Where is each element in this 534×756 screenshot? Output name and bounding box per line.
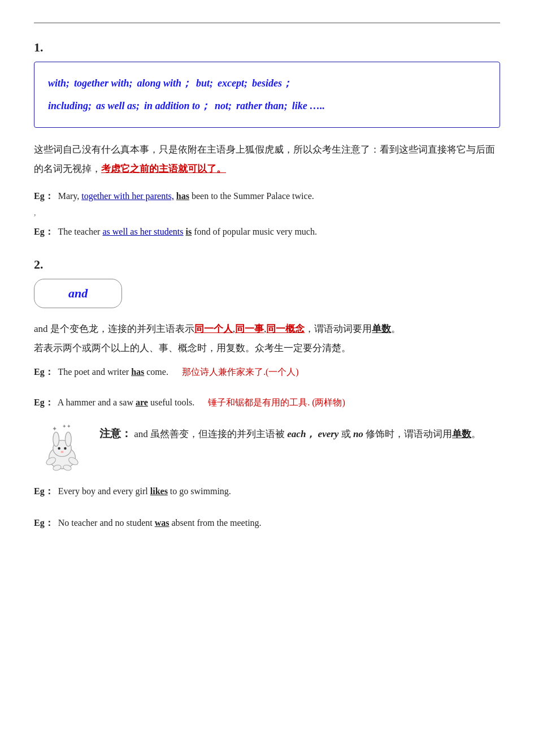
svg-point-6 (58, 447, 60, 450)
eg2-label: Eg： (34, 227, 54, 236)
eg5-text: Every boy and every girl (58, 486, 150, 496)
rabbit-svg: ✦ ✦✦ (37, 423, 88, 474)
eg1-comma: , (34, 209, 500, 218)
top-divider (34, 23, 500, 23)
section1-number: 1. (34, 40, 500, 55)
notice-no: no (351, 429, 366, 439)
section2-desc: and 是个变色龙，连接的并列主语表示同一个人,同一事,同一概念，谓语动词要用单… (34, 319, 500, 358)
word-as-well-as: as well as; (96, 95, 140, 118)
section2-desc-plain2: ，谓语动词要用 (305, 323, 372, 334)
notice-plain3: 。 (471, 429, 481, 439)
section2-number: 2. (34, 257, 500, 272)
eg3-zh: 那位诗人兼作家来了.(一个人) (182, 367, 299, 377)
single-word: 单数 (372, 323, 391, 334)
word-like: like ….. (292, 95, 325, 118)
notice-or: 或 (341, 429, 351, 439)
eg3-verb: has (131, 367, 144, 377)
notice-single: 单数 (452, 429, 471, 439)
notice-text-block: 注意： and 虽然善变，但连接的并列主语被 each， every 或 no … (99, 423, 481, 444)
section2-eg2: Eg： A hammer and a saw are useful tools.… (34, 394, 500, 411)
word-rather-than: rather than; (236, 95, 288, 118)
section1-eg2: Eg： The teacher as well as her students … (34, 223, 500, 240)
eg4-label: Eg： (34, 398, 54, 407)
eg6-verb: was (155, 518, 170, 528)
section1-desc-highlight: 考虑它之前的主语就可以了。 (101, 163, 226, 174)
eg2-after: fond of popular music very much. (192, 227, 317, 236)
section2-eg4: Eg： No teacher and no student was absent… (34, 515, 500, 532)
notice-each: each， every (287, 429, 341, 439)
notice-plain2: 修饰时，谓语动词用 (366, 429, 452, 439)
section1-desc: 这些词自己没有什么真本事，只是依附在主语身上狐假虎威，所以众考生注意了：看到这些… (34, 140, 500, 179)
notice-plain1: and 虽然善变，但连接的并列主语被 (134, 429, 287, 439)
svg-point-5 (65, 432, 71, 446)
section2-eg1: Eg： The poet and writer has come. 那位诗人兼作… (34, 364, 500, 381)
section2-desc-plain1: and 是个变色龙，连接的并列主语表示 (34, 323, 194, 334)
word-with: with; (48, 72, 70, 95)
eg2-before: The teacher (58, 227, 102, 236)
eg6-after: absent from the meeting. (170, 518, 262, 528)
svg-text:✦: ✦ (52, 425, 57, 431)
same3: 同一概念 (266, 323, 305, 334)
svg-point-4 (53, 432, 59, 446)
rabbit-icon: ✦ ✦✦ (34, 423, 90, 474)
section2-wrapper: 2. and and 是个变色龙，连接的并列主语表示同一个人,同一事,同一概念，… (34, 257, 500, 532)
notice-label: 注意： (99, 427, 132, 439)
eg1-before: Mary, (58, 191, 82, 201)
eg3-after: come. (144, 367, 168, 377)
eg4-after: useful tools. (148, 398, 194, 407)
word-except: except; (218, 72, 248, 95)
spacer2 (34, 503, 500, 509)
same2: 同一事 (235, 323, 264, 334)
word-along-with: along with； (137, 72, 192, 95)
and-word: and (68, 286, 88, 300)
eg2-link: as well as her students (102, 227, 183, 236)
section2-eg3: Eg： Every boy and every girl likes to go… (34, 483, 500, 500)
section1-eg1: Eg： Mary, together with her parents, has… (34, 188, 500, 205)
svg-point-7 (64, 447, 67, 450)
eg4-zh: 锤子和锯都是有用的工具. (两样物) (208, 398, 345, 407)
eg6-text: No teacher and no student (58, 518, 155, 528)
eg1-label: Eg： (34, 191, 54, 201)
eg1-link: together with her parents, (81, 191, 174, 201)
svg-point-8 (60, 451, 63, 453)
eg1-after: been to the Summer Palace twice. (189, 191, 314, 201)
eg3-text: The poet and writer (58, 367, 131, 377)
section2-box: and (34, 279, 122, 308)
spacer1 (34, 384, 500, 388)
eg4-verb: are (136, 398, 148, 407)
eg1-verb: has (176, 191, 189, 201)
eg2-verb: is (186, 227, 192, 236)
word-together-with: together with; (74, 72, 133, 95)
notice-section: ✦ ✦✦ (34, 423, 500, 474)
eg5-after: to go swimming. (168, 486, 231, 496)
word-in-addition-to: in addition to； (144, 95, 210, 118)
svg-text:✦✦: ✦✦ (62, 424, 71, 429)
eg4-text: A hammer and a saw (58, 398, 136, 407)
word-not: not; (215, 95, 232, 118)
eg5-label: Eg： (34, 486, 54, 496)
word-but: but; (196, 72, 213, 95)
eg6-label: Eg： (34, 518, 54, 528)
word-besides: besides； (252, 72, 292, 95)
word-including: including; (48, 95, 92, 118)
eg3-label: Eg： (34, 367, 54, 377)
section1-box: with; together with; along with； but; ex… (34, 62, 500, 128)
section1-box-row2: including; as well as; in addition to； n… (48, 95, 486, 118)
same1: 同一个人 (194, 323, 233, 334)
section1-box-row1: with; together with; along with； but; ex… (48, 72, 486, 95)
eg5-verb: likes (150, 486, 168, 496)
